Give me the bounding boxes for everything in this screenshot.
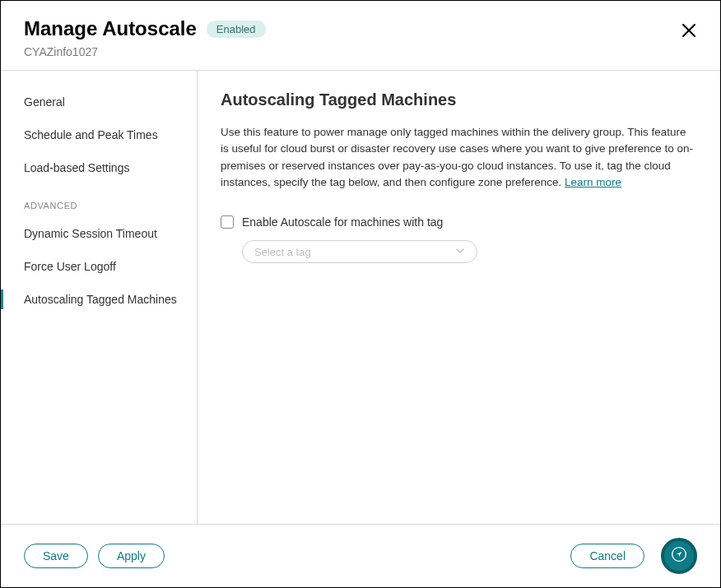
sidebar-item-label: General xyxy=(24,95,65,109)
panel-description: Use this feature to power manage only ta… xyxy=(221,124,697,191)
tag-select-wrap: Select a tag xyxy=(242,240,697,263)
enable-autoscale-label: Enable Autoscale for machines with tag xyxy=(242,215,443,229)
sidebar-item-label: Schedule and Peak Times xyxy=(24,128,158,141)
apply-button[interactable]: Apply xyxy=(98,544,165,568)
sidebar: General Schedule and Peak Times Load-bas… xyxy=(1,71,198,524)
title-row: Manage Autoscale Enabled xyxy=(24,17,266,40)
page-subtitle: CYAZinfo1027 xyxy=(24,45,266,58)
tag-select[interactable]: Select a tag xyxy=(242,240,477,263)
cancel-button[interactable]: Cancel xyxy=(570,544,644,568)
status-badge: Enabled xyxy=(207,21,266,38)
learn-more-link[interactable]: Learn more xyxy=(565,176,621,188)
sidebar-item-force-logoff[interactable]: Force User Logoff xyxy=(1,250,197,283)
sidebar-item-label: Force User Logoff xyxy=(24,260,116,273)
navigate-icon xyxy=(671,546,687,566)
sidebar-item-label: Load-based Settings xyxy=(24,161,129,174)
help-fab[interactable] xyxy=(661,538,697,574)
sidebar-item-load-settings[interactable]: Load-based Settings xyxy=(1,151,197,184)
header-left: Manage Autoscale Enabled CYAZinfo1027 xyxy=(24,17,266,58)
save-button[interactable]: Save xyxy=(24,544,88,568)
dialog-header: Manage Autoscale Enabled CYAZinfo1027 xyxy=(1,1,720,71)
sidebar-item-schedule[interactable]: Schedule and Peak Times xyxy=(1,118,197,151)
enable-autoscale-checkbox-row: Enable Autoscale for machines with tag xyxy=(221,215,697,229)
enable-autoscale-checkbox[interactable] xyxy=(221,215,234,229)
tag-select-placeholder: Select a tag xyxy=(254,246,311,258)
sidebar-item-autoscaling-tagged[interactable]: Autoscaling Tagged Machines xyxy=(1,283,197,316)
sidebar-item-label: Autoscaling Tagged Machines xyxy=(24,293,177,306)
sidebar-item-general[interactable]: General xyxy=(1,86,197,118)
panel-description-text: Use this feature to power manage only ta… xyxy=(221,126,693,188)
panel-title: Autoscaling Tagged Machines xyxy=(221,90,697,109)
footer-right: Cancel xyxy=(570,538,697,574)
footer-left: Save Apply xyxy=(24,544,165,568)
dialog-footer: Save Apply Cancel xyxy=(1,524,720,587)
sidebar-item-dynamic-timeout[interactable]: Dynamic Session Timeout xyxy=(1,217,197,250)
sidebar-advanced-heading: ADVANCED xyxy=(1,184,197,217)
sidebar-item-label: Dynamic Session Timeout xyxy=(24,227,157,240)
page-title: Manage Autoscale xyxy=(24,17,197,40)
close-icon[interactable] xyxy=(681,17,697,42)
dialog-body: General Schedule and Peak Times Load-bas… xyxy=(1,71,720,524)
main-panel: Autoscaling Tagged Machines Use this fea… xyxy=(198,71,720,524)
chevron-down-icon xyxy=(455,246,465,258)
